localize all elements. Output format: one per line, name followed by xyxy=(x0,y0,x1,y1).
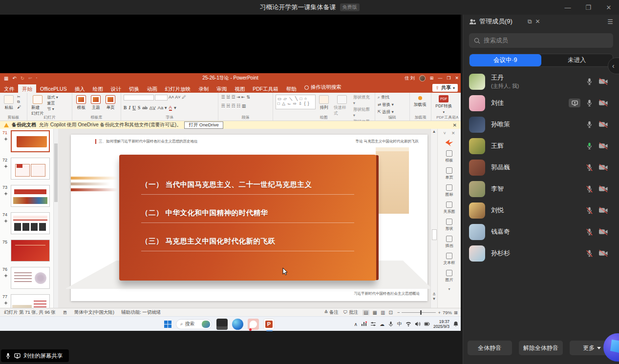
volume-icon[interactable] xyxy=(415,321,421,327)
shape-gallery[interactable]: ▭ ▱ ＼ ╲ □ ○□ △ ⌙ ⇨ ⇩ { } xyxy=(276,95,316,109)
oplus-item[interactable]: 关系图 xyxy=(438,202,461,214)
oplus-item[interactable]: 模板 xyxy=(438,150,461,163)
qat-menu-icon[interactable]: 🖙 xyxy=(28,75,32,81)
mic-icon[interactable] xyxy=(586,249,593,258)
find-button[interactable]: ⌕ 查找 xyxy=(378,95,394,101)
clock[interactable]: 19:37 2025/9/3 xyxy=(433,319,449,329)
battery-icon[interactable] xyxy=(424,321,430,327)
theme-button[interactable]: 主题 xyxy=(89,95,102,111)
font-size-select[interactable] xyxy=(155,95,168,101)
slide-thumbnail[interactable]: 77 xyxy=(0,293,53,308)
oplus-item[interactable]: 文本框 xyxy=(438,253,461,265)
slide-thumbnail[interactable]: 73 xyxy=(0,183,53,211)
notification-bell-icon[interactable] xyxy=(453,321,459,327)
mic-icon[interactable] xyxy=(586,185,593,193)
oplus-item[interactable]: 图片 xyxy=(438,270,461,283)
cut-icon[interactable]: ✂ xyxy=(17,95,21,99)
mic-icon[interactable] xyxy=(586,206,593,215)
member-row[interactable]: 王丹 (主持人, 我) xyxy=(463,71,619,92)
restore-button[interactable]: ❐ xyxy=(578,0,598,15)
open-onedrive-button[interactable]: 打开 OneDrive xyxy=(184,121,223,129)
copy-icon[interactable]: ⧉ xyxy=(17,100,21,104)
minimize-button[interactable]: — xyxy=(557,0,578,15)
section-button[interactable]: 节 ▾ xyxy=(47,106,58,112)
notes-button[interactable]: ≙ 备注 xyxy=(324,309,339,316)
slide-thumbnail[interactable]: 71 xyxy=(0,129,53,156)
tell-me-search[interactable]: 操作说明搜索 xyxy=(300,82,345,93)
member-search-input[interactable]: 搜索成员 xyxy=(469,33,613,48)
scrollbar-thumb[interactable] xyxy=(432,229,437,240)
member-tab[interactable]: 未进入 xyxy=(541,54,613,66)
normal-view-icon[interactable]: ▤ xyxy=(363,310,369,315)
canvas-scrollbar[interactable]: ▲ ≛ ▼ xyxy=(430,129,437,308)
align-buttons[interactable]: ☴ ☵ ☶ ☷ ▥ xyxy=(221,103,246,108)
oplus-collapse-icon[interactable]: ˅ xyxy=(444,131,446,136)
close-panel-icon[interactable]: ✕ xyxy=(535,18,540,25)
member-row[interactable]: 刘悦 xyxy=(463,200,619,221)
close-button[interactable]: ✕ xyxy=(598,0,619,15)
mic-icon[interactable] xyxy=(586,142,593,150)
slide-thumbnail[interactable]: 74 xyxy=(0,211,53,238)
scroll-up-icon[interactable]: ▲ xyxy=(431,129,437,135)
zoom-slider[interactable] xyxy=(402,312,436,313)
quick-styles-button[interactable]: 快速样式 xyxy=(332,95,351,117)
paste-button[interactable]: 粘贴 xyxy=(2,95,15,111)
template-button[interactable]: 模板 xyxy=(75,95,87,111)
edge-browser-icon[interactable] xyxy=(232,319,243,330)
camera-icon[interactable] xyxy=(598,207,608,214)
arrange-button[interactable]: 排列 xyxy=(318,95,330,111)
notice-close-icon[interactable]: ✕ xyxy=(453,122,457,128)
camera-icon[interactable] xyxy=(598,228,608,235)
onedrive-cloud-icon[interactable]: ☁ xyxy=(380,322,384,327)
tray-mic-icon[interactable] xyxy=(388,321,394,327)
slide-thumbnail[interactable]: 72 xyxy=(0,156,53,183)
oplus-item[interactable]: 插画 xyxy=(438,236,461,248)
undo-icon[interactable]: ↶ xyxy=(12,76,16,81)
camera-icon[interactable] xyxy=(598,250,608,257)
ppt-share-button[interactable]: ⇧ 共享▾ xyxy=(432,84,458,92)
member-tab[interactable]: 会议中·9 xyxy=(470,54,541,66)
camera-icon[interactable] xyxy=(598,121,608,128)
performance-icon[interactable] xyxy=(361,321,367,327)
fit-window-icon[interactable]: ⊞ xyxy=(454,310,458,315)
oplus-more-icon[interactable]: ▾ xyxy=(438,287,461,291)
replace-button[interactable]: ⇄ 替换 ▾ xyxy=(378,102,394,108)
panel-footer-button[interactable]: 解除全体静音 xyxy=(519,341,563,355)
powerpoint-taskbar-icon[interactable] xyxy=(263,319,275,330)
zoom-out-icon[interactable]: − xyxy=(397,310,400,315)
slideshow-view-icon[interactable]: ⊡ xyxy=(389,310,393,315)
reading-view-icon[interactable]: ▥ xyxy=(381,310,385,315)
language-status[interactable]: 简体中文(中国大陆) xyxy=(74,309,114,316)
save-icon[interactable]: ▦ xyxy=(4,76,8,81)
start-button[interactable] xyxy=(164,321,171,328)
mic-icon[interactable] xyxy=(586,228,593,236)
member-row[interactable]: 王辉 xyxy=(463,135,619,157)
single-page-button[interactable]: 单页 xyxy=(104,95,117,111)
thumbnail-scrollbar[interactable] xyxy=(54,129,58,308)
comments-button[interactable]: 🗩 批注 xyxy=(343,309,358,316)
panel-menu-icon[interactable]: ☰ xyxy=(607,18,613,25)
next-slide-button[interactable]: ▼ xyxy=(431,297,437,301)
ime-indicator[interactable]: 中 xyxy=(397,321,402,327)
camera-icon[interactable] xyxy=(598,100,608,106)
ppt-close-icon[interactable]: ✕ xyxy=(455,76,459,81)
list-buttons[interactable]: ☰ ☱ ☲ ⇥ ⇤ ⇅ xyxy=(221,95,250,100)
slide-71[interactable]: 三、如何理解习近平新时代中国特色社会主义思想的历史地位 导论 马克思主义中国化时… xyxy=(71,135,427,301)
font-format-buttons[interactable]: BIUS abA̲V̲Aa ▾ A▾ xyxy=(124,104,176,111)
settings-toggles-icon[interactable] xyxy=(370,321,376,327)
shape-fill-button[interactable]: 形状填充 ▾ xyxy=(353,95,372,105)
previous-slide-button[interactable]: ≛ xyxy=(431,292,437,297)
layout-button[interactable]: 版式 ▾ xyxy=(47,95,58,100)
camera-icon[interactable] xyxy=(598,164,608,171)
oplus-item[interactable]: 形状 xyxy=(438,219,461,231)
slide-thumbnail[interactable]: 75 xyxy=(0,238,53,265)
wifi-icon[interactable] xyxy=(406,321,411,327)
mic-icon[interactable] xyxy=(586,163,593,172)
sorter-view-icon[interactable]: ▦ xyxy=(373,310,377,315)
camera-icon[interactable] xyxy=(598,78,608,85)
pdf-convert-button[interactable]: PDFPDF转换▾ xyxy=(434,95,453,115)
reset-button[interactable]: 重置 xyxy=(47,101,58,106)
collapse-ribbon-icon[interactable]: ∧ xyxy=(455,115,459,120)
oplus-item[interactable]: 单页 xyxy=(438,167,461,180)
zoom-in-icon[interactable]: + xyxy=(438,310,441,315)
